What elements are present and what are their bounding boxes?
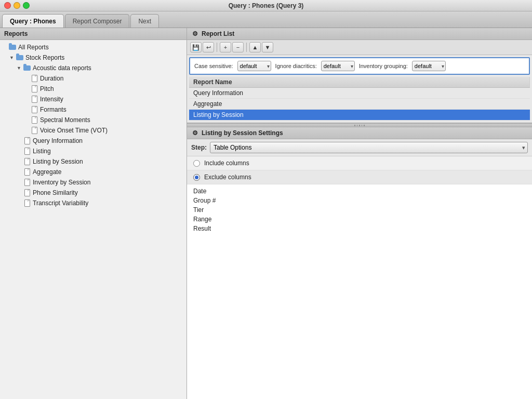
column-item[interactable]: Range: [191, 215, 528, 224]
inventory-grouping-select[interactable]: default yes no: [412, 61, 446, 71]
tree-item-inventory-by-session[interactable]: Inventory by Session: [0, 177, 187, 188]
report-table-wrapper: Report Name Query InformationAggregateLi…: [187, 77, 532, 123]
tab-report-composer[interactable]: Report Composer: [65, 14, 130, 28]
maximize-button[interactable]: [23, 2, 30, 9]
tab-next[interactable]: Next: [130, 14, 159, 28]
step-select[interactable]: Table Options Column Options Filter Opti…: [210, 142, 528, 153]
tree-item-listing[interactable]: Listing: [0, 146, 187, 156]
column-item[interactable]: Date: [191, 187, 528, 196]
report-list-toolbar: 💾 ↩ + − ▲ ▼: [187, 40, 532, 55]
column-item[interactable]: Result: [191, 224, 528, 233]
tree-item-label: Spectral Moments: [40, 116, 90, 124]
columns-list[interactable]: DateGroup #TierRangeResult: [187, 184, 532, 399]
column-item[interactable]: Tier: [191, 205, 528, 215]
tree-item-phone-similarity[interactable]: Phone Similarity: [0, 188, 187, 198]
divider-dot: [364, 125, 365, 126]
tree-item-intensity[interactable]: Intensity: [0, 94, 187, 104]
step-label: Step:: [191, 144, 207, 151]
report-name-cell: Listing by Session: [189, 110, 530, 121]
settings-header: ⚙ Listing by Session Settings: [187, 127, 532, 139]
tree-item-label: Stock Reports: [25, 54, 64, 61]
tree-item-label: Listing: [33, 148, 51, 155]
tree-item-listing-by-session[interactable]: Listing by Session: [0, 156, 187, 167]
table-row[interactable]: Listing by Session: [189, 110, 530, 121]
ignore-diacritics-wrapper: default yes no: [321, 61, 355, 71]
window-title: Query : Phones (Query 3): [229, 2, 304, 9]
exclude-columns-option[interactable]: Exclude columns: [187, 170, 532, 184]
report-name-cell: Query Information: [189, 88, 530, 99]
tree-item-label: Acoustic data reports: [33, 64, 91, 72]
settings-gear-icon: ⚙: [191, 129, 198, 137]
ignore-diacritics-label: Ignore diacritics:: [275, 63, 317, 69]
table-row[interactable]: Query Information: [189, 88, 530, 99]
doc-icon: [23, 168, 31, 176]
tab-query-phones[interactable]: Query : Phones: [2, 14, 64, 28]
doc-icon: [30, 116, 38, 124]
column-item[interactable]: Group #: [191, 196, 528, 205]
tree-item-transcript-variability[interactable]: Transcript Variability: [0, 198, 187, 208]
tree-item-duration[interactable]: Duration: [0, 73, 187, 84]
doc-icon: [30, 95, 38, 103]
case-sensitive-label: Case sensitive:: [194, 63, 233, 69]
tree-item-stock-reports[interactable]: ▼Stock Reports: [0, 52, 187, 63]
include-columns-option[interactable]: Include columns: [187, 156, 532, 170]
right-panel: ⚙ Report List 💾 ↩ + − ▲ ▼ Case sensitive…: [187, 28, 532, 399]
radio-group: Include columns Exclude columns: [187, 156, 532, 184]
close-button[interactable]: [4, 2, 11, 9]
divider-dot: [359, 125, 360, 126]
include-columns-label: Include columns: [204, 159, 249, 167]
tree-container[interactable]: All Reports▼Stock Reports▼Acoustic data …: [0, 40, 187, 399]
divider-dot: [354, 125, 355, 126]
add-report-button[interactable]: +: [220, 42, 231, 52]
chevron-icon: ▼: [9, 55, 15, 60]
tree-item-label: Aggregate: [33, 168, 61, 176]
tree-item-label: Intensity: [40, 96, 63, 103]
gear-icon: ⚙: [191, 30, 198, 37]
tree-item-pitch[interactable]: Pitch: [0, 84, 187, 94]
folder-icon: [16, 54, 24, 62]
toolbar-sep-2: [246, 43, 247, 52]
revert-button[interactable]: ↩: [203, 42, 214, 52]
settings-section: ⚙ Listing by Session Settings Step: Tabl…: [187, 127, 532, 399]
tree-item-query-information[interactable]: Query Information: [0, 136, 187, 146]
tree-item-voice-onset-time-(vot)[interactable]: Voice Onset Time (VOT): [0, 125, 187, 136]
move-up-button[interactable]: ▲: [249, 42, 261, 52]
table-row[interactable]: Aggregate: [189, 99, 530, 110]
doc-icon: [30, 85, 38, 93]
divider-dot: [362, 125, 363, 126]
exclude-columns-radio[interactable]: [193, 174, 200, 181]
doc-icon: [30, 126, 38, 135]
tree-item-label: Duration: [40, 75, 63, 82]
titlebar: Query : Phones (Query 3): [0, 0, 532, 11]
divider-handle[interactable]: [187, 123, 532, 127]
doc-icon: [23, 199, 31, 207]
tree-item-aggregate[interactable]: Aggregate: [0, 167, 187, 177]
exclude-columns-label: Exclude columns: [204, 174, 251, 181]
move-down-button[interactable]: ▼: [262, 42, 273, 52]
tree-item-label: Query Information: [33, 137, 83, 144]
remove-report-button[interactable]: −: [232, 42, 244, 52]
case-sensitive-select[interactable]: default yes no: [237, 61, 271, 71]
inventory-grouping-wrapper: default yes no: [412, 61, 446, 71]
minimize-button[interactable]: [14, 2, 20, 9]
doc-icon: [23, 178, 31, 187]
include-columns-radio[interactable]: [193, 160, 200, 167]
toolbar-sep-1: [217, 43, 217, 52]
main-container: Reports All Reports▼Stock Reports▼Acoust…: [0, 28, 532, 399]
step-select-wrapper: Table Options Column Options Filter Opti…: [210, 142, 528, 153]
tree-item-label: All Reports: [18, 44, 49, 51]
tabbar: Query : Phones Report Composer Next: [0, 11, 532, 28]
tree-item-all-reports[interactable]: All Reports: [0, 42, 187, 52]
tree-item-spectral-moments[interactable]: Spectral Moments: [0, 115, 187, 125]
folder-icon: [23, 64, 31, 72]
window-controls: [4, 2, 30, 9]
report-list-header: ⚙ Report List: [187, 28, 532, 40]
doc-icon: [30, 105, 38, 114]
tree-item-label: Voice Onset Time (VOT): [40, 127, 108, 134]
tree-item-label: Phone Similarity: [33, 189, 78, 196]
save-button[interactable]: 💾: [190, 42, 202, 52]
tree-item-acoustic-data-reports[interactable]: ▼Acoustic data reports: [0, 63, 187, 73]
tree-item-formants[interactable]: Formants: [0, 104, 187, 115]
ignore-diacritics-select[interactable]: default yes no: [321, 61, 355, 71]
tree-item-label: Formants: [40, 106, 66, 113]
